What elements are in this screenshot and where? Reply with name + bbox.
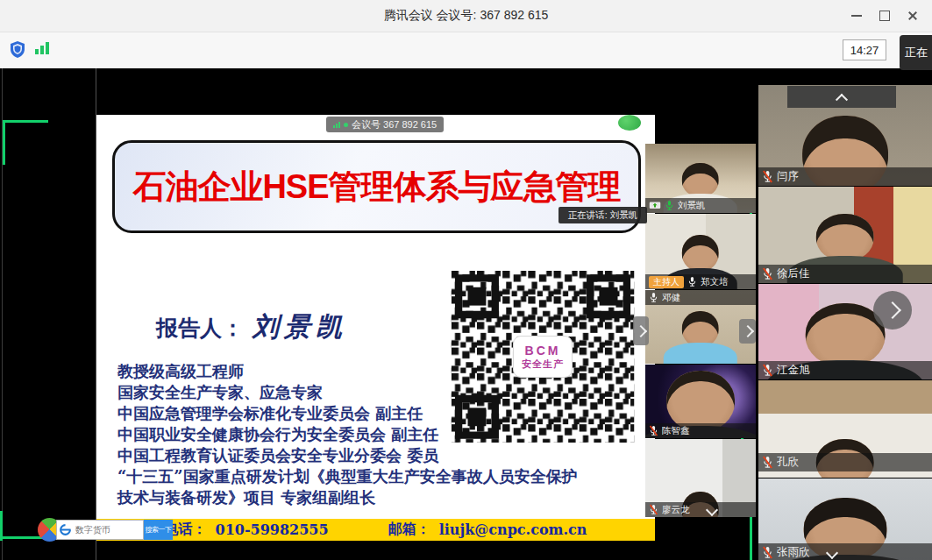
minimize-button[interactable] bbox=[843, 0, 871, 32]
pill-status-dot-icon bbox=[344, 123, 348, 127]
participant-name-bar: 廖云龙 bbox=[645, 502, 756, 517]
meeting-security-shield-icon[interactable] bbox=[9, 40, 26, 60]
participant-name-bar: 闫序 bbox=[758, 167, 932, 186]
participant-name-bar: 徐后佳 bbox=[758, 265, 932, 283]
mic-muted-icon bbox=[762, 170, 773, 183]
slide-title: 石油企业HSE管理体系与应急管理 bbox=[132, 165, 620, 209]
pill-meeting-number: 会议号 367 892 615 bbox=[352, 118, 437, 131]
presenter-line: 报告人： 刘景凯 bbox=[156, 309, 347, 345]
mic-muted-icon bbox=[649, 504, 658, 515]
email-address: liujk@cnpc.com.cn bbox=[439, 521, 587, 538]
presenter-name: 刘景凯 bbox=[253, 309, 347, 345]
participant-name-bar: 江金旭 bbox=[758, 361, 932, 379]
participant-name-bar: 刘景凯 bbox=[645, 198, 756, 213]
chevron-right-icon bbox=[741, 325, 753, 337]
mic-icon bbox=[649, 292, 658, 303]
participant-name-bar: 主持人 郑文培 bbox=[645, 274, 756, 289]
sharing-status-popup: 正在 bbox=[900, 35, 932, 70]
participant-name: 邓健 bbox=[662, 292, 680, 304]
qr-code: BCM 安全生产 bbox=[451, 271, 635, 443]
participant-name: 闫序 bbox=[777, 169, 799, 184]
credential-line: 中国工程教育认证委员会安全专业分委会 委员 bbox=[117, 445, 652, 466]
video-tile[interactable]: 孔欣 bbox=[758, 380, 932, 478]
mic-active-icon bbox=[665, 200, 674, 211]
network-signal-icon[interactable] bbox=[35, 42, 49, 54]
video-tile[interactable]: 陈智鑫 bbox=[645, 365, 756, 438]
email-label: 邮箱： bbox=[388, 521, 430, 539]
tencent-meeting-window: 腾讯会议 会议号: 367 892 615 14:27 正在 石油企业HSE管理… bbox=[0, 0, 932, 560]
desktop-search-input[interactable] bbox=[74, 524, 139, 535]
window-title: 腾讯会议 会议号: 367 892 615 bbox=[384, 8, 549, 24]
collapse-video-strip-button[interactable] bbox=[787, 86, 896, 108]
collapse-strip-chevron-down-icon[interactable] bbox=[705, 503, 717, 515]
participant-name: 张雨欣 bbox=[777, 545, 810, 560]
strip-scroll-button-left[interactable] bbox=[633, 316, 649, 345]
participant-name: 刘景凯 bbox=[678, 200, 706, 212]
meeting-number-pill[interactable]: 会议号 367 892 615 bbox=[326, 117, 444, 132]
video-tile[interactable]: 徐后佳 bbox=[758, 187, 932, 283]
qr-badge-line1: BCM bbox=[525, 344, 561, 358]
maximize-button[interactable] bbox=[871, 0, 899, 32]
slide-footer-bar: 电话：010-59982555 邮箱：liujk@cnpc.com.cn bbox=[96, 519, 655, 541]
screen-sharing-icon bbox=[649, 202, 661, 210]
mic-icon bbox=[687, 276, 697, 287]
chevron-right-icon bbox=[884, 301, 901, 319]
close-icon bbox=[907, 11, 918, 21]
green-badge-icon bbox=[618, 115, 641, 131]
share-border-fragment bbox=[3, 120, 48, 123]
participant-name: 徐后佳 bbox=[777, 266, 810, 281]
video-tile[interactable]: 廖云龙 bbox=[645, 439, 756, 517]
pill-signal-icon bbox=[333, 122, 340, 128]
credential-line: 技术与装备研发》项目 专家组副组长 bbox=[117, 487, 652, 508]
participant-name-bar: 张雨欣 bbox=[758, 543, 932, 560]
collapse-strip-chevron-down-icon[interactable] bbox=[825, 546, 837, 558]
mic-muted-icon bbox=[762, 546, 773, 559]
participant-name: 江金旭 bbox=[777, 363, 810, 378]
speaking-indicator-tooltip: 正在讲话: 刘景凯 bbox=[558, 207, 647, 223]
participant-name: 孔欣 bbox=[777, 455, 799, 470]
video-tile-host[interactable]: 主持人 郑文培 bbox=[645, 214, 756, 289]
shared-slide: 石油企业HSE管理体系与应急管理 报告人： 刘景凯 教授级高级工程师 国家安全生… bbox=[96, 115, 655, 541]
participant-name: 廖云龙 bbox=[662, 504, 690, 516]
desktop-search-button[interactable]: 搜索一下 bbox=[144, 520, 173, 540]
video-tile[interactable]: 张雨欣 bbox=[758, 478, 932, 560]
ie-browser-icon bbox=[60, 524, 71, 535]
participant-name-bar: 陈智鑫 bbox=[645, 423, 756, 438]
participant-name-bar: 邓健 bbox=[645, 290, 756, 305]
participant-video bbox=[665, 311, 736, 364]
window-titlebar: 腾讯会议 会议号: 367 892 615 bbox=[0, 0, 932, 32]
qr-badge-line2: 安全生产 bbox=[522, 358, 564, 371]
presenter-label: 报告人： bbox=[156, 314, 244, 343]
participant-name-bar: 孔欣 bbox=[758, 453, 932, 471]
participant-name: 陈智鑫 bbox=[662, 425, 690, 437]
phone-number: 010-59982555 bbox=[216, 521, 329, 538]
video-tile-speaker[interactable]: 刘景凯 bbox=[645, 144, 756, 213]
participant-name: 郑文培 bbox=[701, 276, 729, 288]
strip-scroll-button-right[interactable] bbox=[739, 319, 756, 344]
meeting-toolbar: 14:27 bbox=[0, 32, 932, 69]
desktop-search-box[interactable] bbox=[56, 520, 144, 540]
qr-center-badge: BCM 安全生产 bbox=[513, 336, 573, 378]
meeting-timer: 14:27 bbox=[843, 39, 886, 60]
minimize-icon bbox=[851, 15, 862, 17]
maximize-icon bbox=[879, 11, 890, 21]
mic-muted-icon bbox=[762, 267, 773, 280]
close-button[interactable] bbox=[899, 0, 927, 32]
chevron-right-icon bbox=[635, 324, 647, 337]
window-controls bbox=[843, 0, 927, 32]
host-badge: 主持人 bbox=[649, 276, 684, 288]
mic-muted-icon bbox=[762, 364, 773, 377]
chevron-up-icon bbox=[836, 93, 848, 105]
mic-muted-icon bbox=[649, 425, 658, 436]
mic-muted-icon bbox=[762, 456, 773, 469]
share-border-fragment bbox=[3, 120, 5, 165]
credential-line: “十三五”国家重点研发计划《典型重大生产安全事故人员安全保护 bbox=[117, 466, 652, 487]
next-participants-page-button[interactable] bbox=[873, 291, 912, 330]
